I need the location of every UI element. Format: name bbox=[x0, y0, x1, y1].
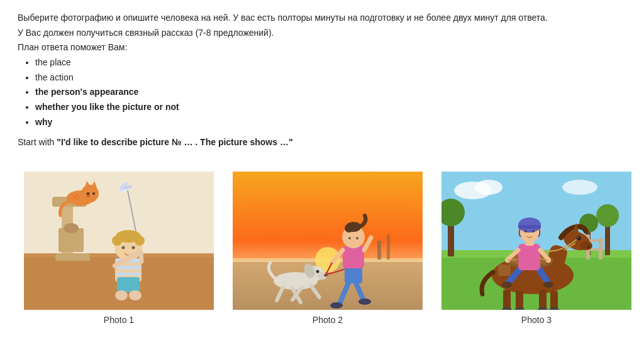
svg-point-34 bbox=[129, 231, 138, 240]
svg-point-10 bbox=[81, 185, 99, 202]
svg-rect-6 bbox=[55, 253, 90, 261]
svg-rect-26 bbox=[117, 277, 140, 292]
svg-point-120 bbox=[525, 230, 527, 233]
svg-point-50 bbox=[316, 270, 319, 273]
svg-rect-109 bbox=[518, 244, 540, 270]
svg-rect-58 bbox=[345, 266, 362, 283]
photo-label-2: Photo 2 bbox=[313, 315, 343, 325]
svg-point-73 bbox=[475, 180, 502, 195]
svg-rect-44 bbox=[377, 241, 381, 260]
svg-point-64 bbox=[345, 224, 353, 233]
svg-rect-45 bbox=[387, 234, 390, 260]
instructions-block: Выберите фотографию и опишите человека н… bbox=[18, 11, 626, 149]
svg-point-122 bbox=[502, 282, 512, 288]
svg-point-33 bbox=[117, 231, 126, 240]
svg-point-70 bbox=[358, 299, 371, 305]
plan-item-2: the action bbox=[35, 71, 626, 85]
svg-rect-105 bbox=[498, 265, 511, 276]
svg-point-35 bbox=[122, 246, 125, 250]
plan-title: План ответа поможет Вам: bbox=[18, 41, 626, 55]
svg-line-114 bbox=[508, 260, 517, 260]
svg-point-91 bbox=[587, 246, 591, 249]
plan-list: the place the action the person's appear… bbox=[18, 56, 626, 129]
svg-point-90 bbox=[580, 241, 592, 250]
plan-item-5: why bbox=[35, 116, 626, 129]
svg-point-74 bbox=[562, 180, 597, 195]
svg-point-80 bbox=[596, 204, 619, 227]
svg-point-36 bbox=[132, 246, 135, 250]
svg-point-93 bbox=[577, 237, 579, 238]
svg-rect-25 bbox=[115, 273, 142, 275]
svg-rect-96 bbox=[516, 291, 523, 310]
photo-box-2[interactable] bbox=[233, 172, 423, 310]
svg-point-14 bbox=[87, 192, 89, 195]
photo-item-3[interactable]: Photo 3 bbox=[441, 172, 631, 325]
photo-label-1: Photo 1 bbox=[104, 315, 134, 325]
svg-rect-59 bbox=[343, 246, 364, 268]
svg-rect-98 bbox=[550, 291, 558, 310]
svg-point-15 bbox=[92, 192, 95, 195]
instruction-line1: Выберите фотографию и опишите человека н… bbox=[18, 11, 626, 25]
svg-point-123 bbox=[543, 282, 553, 288]
plan-item-3: the person's appearance bbox=[35, 85, 626, 99]
start-phrase: Start with "I'd like to describe picture… bbox=[18, 136, 626, 150]
svg-point-69 bbox=[330, 302, 343, 309]
photo-item-1[interactable]: Photo 1 bbox=[24, 172, 214, 325]
svg-point-92 bbox=[577, 236, 581, 241]
svg-point-67 bbox=[356, 237, 358, 239]
photos-container: Photo 1 bbox=[24, 172, 626, 325]
instruction-line2: У Вас должен получиться связный рассказ … bbox=[18, 26, 626, 40]
svg-line-38 bbox=[141, 252, 142, 261]
svg-point-8 bbox=[64, 223, 79, 233]
svg-rect-119 bbox=[518, 225, 541, 229]
svg-point-66 bbox=[348, 237, 351, 239]
svg-point-121 bbox=[532, 230, 535, 233]
svg-point-27 bbox=[115, 290, 128, 300]
plan-item-1: the place bbox=[35, 56, 626, 70]
photo-label-3: Photo 3 bbox=[521, 315, 552, 325]
svg-point-28 bbox=[129, 290, 142, 300]
svg-rect-95 bbox=[503, 290, 511, 310]
svg-rect-97 bbox=[539, 290, 547, 310]
photo-box-1[interactable] bbox=[24, 172, 214, 310]
photo-box-3[interactable] bbox=[441, 172, 631, 310]
photo-item-2[interactable]: Photo 2 bbox=[233, 172, 423, 325]
plan-item-4: whether you like the picture or not bbox=[35, 101, 626, 114]
